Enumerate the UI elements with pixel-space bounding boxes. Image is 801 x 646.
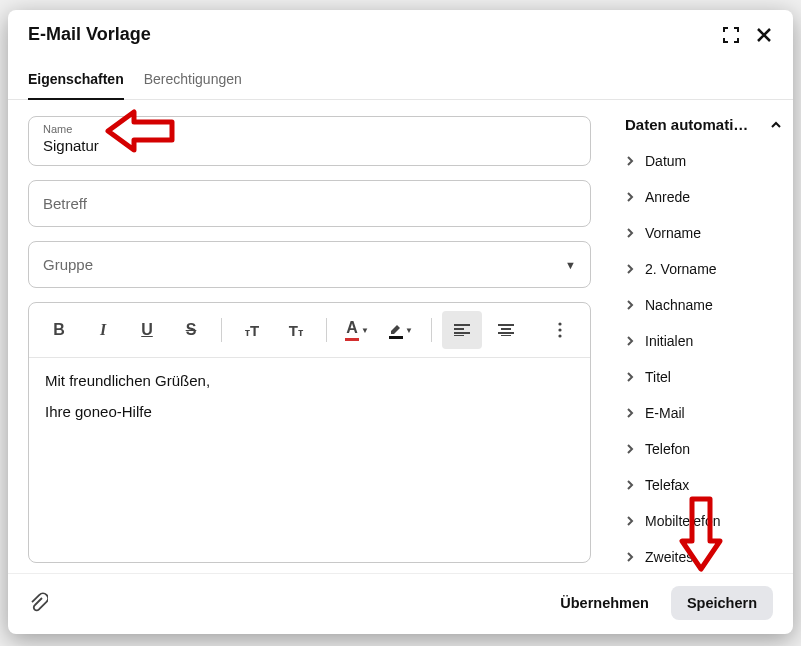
autodata-item[interactable]: Nachname bbox=[619, 287, 787, 323]
tab-permissions[interactable]: Berechtigungen bbox=[144, 61, 242, 99]
more-button[interactable] bbox=[540, 311, 580, 349]
modal-header-actions bbox=[723, 26, 773, 44]
name-field-wrapper[interactable]: Name bbox=[28, 116, 591, 166]
chevron-right-icon bbox=[625, 300, 635, 310]
chevron-right-icon bbox=[625, 480, 635, 490]
align-left-button[interactable] bbox=[442, 311, 482, 349]
paperclip-icon bbox=[28, 592, 48, 614]
chevron-right-icon bbox=[625, 228, 635, 238]
paint-icon bbox=[389, 322, 403, 334]
fullscreen-icon bbox=[723, 27, 739, 43]
rich-text-editor: B I U S тT Tт A▼ ▼ bbox=[28, 302, 591, 563]
list-item-label: Anrede bbox=[645, 189, 690, 205]
toolbar-separator bbox=[221, 318, 222, 342]
font-size-up-button[interactable]: тT bbox=[232, 311, 272, 349]
modal-footer: Übernehmen Speichern bbox=[8, 573, 793, 634]
strikethrough-button[interactable]: S bbox=[171, 311, 211, 349]
highlight-color-button[interactable]: ▼ bbox=[381, 311, 421, 349]
chevron-right-icon bbox=[625, 552, 635, 562]
align-center-icon bbox=[498, 324, 514, 336]
modal-header: E-Mail Vorlage bbox=[8, 10, 793, 51]
list-item-label: Titel bbox=[645, 369, 671, 385]
chevron-right-icon bbox=[625, 408, 635, 418]
autodata-item[interactable]: Telefax bbox=[619, 467, 787, 503]
editor-toolbar: B I U S тT Tт A▼ ▼ bbox=[29, 303, 590, 358]
chevron-down-icon: ▼ bbox=[565, 259, 576, 271]
font-size-down-button[interactable]: Tт bbox=[276, 311, 316, 349]
fullscreen-button[interactable] bbox=[723, 27, 739, 43]
autodata-list[interactable]: Datum Anrede Vorname 2. Vorname Nachname… bbox=[619, 143, 789, 565]
save-button[interactable]: Speichern bbox=[671, 586, 773, 620]
list-item-label: 2. Vorname bbox=[645, 261, 717, 277]
list-item-label: Datum bbox=[645, 153, 686, 169]
subject-field[interactable]: Betreff bbox=[28, 180, 591, 227]
group-select[interactable]: Gruppe ▼ bbox=[28, 241, 591, 288]
autodata-item[interactable]: Initialen bbox=[619, 323, 787, 359]
name-label: Name bbox=[43, 123, 576, 135]
footer-actions: Übernehmen Speichern bbox=[556, 586, 773, 620]
main-form: Name Betreff Gruppe ▼ B I U S тT Tт bbox=[8, 100, 611, 573]
chevron-right-icon bbox=[625, 336, 635, 346]
autodata-item[interactable]: Anrede bbox=[619, 179, 787, 215]
editor-content[interactable]: Mit freundlichen Grüßen, Ihre goneo-Hilf… bbox=[29, 358, 590, 562]
close-icon bbox=[755, 26, 773, 44]
modal-body: Name Betreff Gruppe ▼ B I U S тT Tт bbox=[8, 100, 793, 573]
name-input[interactable] bbox=[43, 137, 576, 154]
bold-button[interactable]: B bbox=[39, 311, 79, 349]
attachment-button[interactable] bbox=[28, 592, 48, 614]
svg-point-2 bbox=[558, 334, 561, 337]
chevron-right-icon bbox=[625, 444, 635, 454]
list-item-label: Vorname bbox=[645, 225, 701, 241]
chevron-up-icon bbox=[769, 118, 783, 132]
chevron-right-icon bbox=[625, 372, 635, 382]
modal-title: E-Mail Vorlage bbox=[28, 24, 151, 45]
list-item-label: Nachname bbox=[645, 297, 713, 313]
list-item-label: Mobiltelefon bbox=[645, 513, 721, 529]
toolbar-separator bbox=[326, 318, 327, 342]
chevron-right-icon bbox=[625, 156, 635, 166]
editor-line: Ihre goneo-Hilfe bbox=[45, 403, 574, 420]
italic-button[interactable]: I bbox=[83, 311, 123, 349]
list-item-label: Zweites bbox=[645, 549, 693, 565]
list-item-label: Initialen bbox=[645, 333, 693, 349]
chevron-right-icon bbox=[625, 264, 635, 274]
autodata-item[interactable]: Titel bbox=[619, 359, 787, 395]
subject-placeholder: Betreff bbox=[43, 195, 87, 212]
autodata-panel: Daten automati… Datum Anrede Vorname 2. … bbox=[611, 100, 793, 573]
tabs: Eigenschaften Berechtigungen bbox=[8, 61, 793, 100]
align-left-icon bbox=[454, 324, 470, 336]
svg-point-1 bbox=[558, 328, 561, 331]
autodata-item[interactable]: Mobiltelefon bbox=[619, 503, 787, 539]
text-color-button[interactable]: A▼ bbox=[337, 311, 377, 349]
tab-properties[interactable]: Eigenschaften bbox=[28, 61, 124, 99]
svg-point-0 bbox=[558, 322, 561, 325]
apply-button[interactable]: Übernehmen bbox=[556, 587, 653, 619]
list-item-label: Telefax bbox=[645, 477, 689, 493]
chevron-right-icon bbox=[625, 192, 635, 202]
editor-line: Mit freundlichen Grüßen, bbox=[45, 372, 574, 389]
chevron-right-icon bbox=[625, 516, 635, 526]
list-item-label: Telefon bbox=[645, 441, 690, 457]
autodata-item[interactable]: Zweites bbox=[619, 539, 787, 565]
autodata-header[interactable]: Daten automati… bbox=[619, 112, 789, 143]
autodata-item[interactable]: 2. Vorname bbox=[619, 251, 787, 287]
autodata-title: Daten automati… bbox=[625, 116, 748, 133]
autodata-item[interactable]: E-Mail bbox=[619, 395, 787, 431]
toolbar-separator bbox=[431, 318, 432, 342]
align-center-button[interactable] bbox=[486, 311, 526, 349]
close-button[interactable] bbox=[755, 26, 773, 44]
more-vertical-icon bbox=[558, 322, 562, 338]
group-placeholder: Gruppe bbox=[43, 256, 93, 273]
autodata-item[interactable]: Datum bbox=[619, 143, 787, 179]
list-item-label: E-Mail bbox=[645, 405, 685, 421]
email-template-modal: E-Mail Vorlage Eigenschaften Berechtigun… bbox=[8, 10, 793, 634]
autodata-item[interactable]: Vorname bbox=[619, 215, 787, 251]
autodata-item[interactable]: Telefon bbox=[619, 431, 787, 467]
underline-button[interactable]: U bbox=[127, 311, 167, 349]
